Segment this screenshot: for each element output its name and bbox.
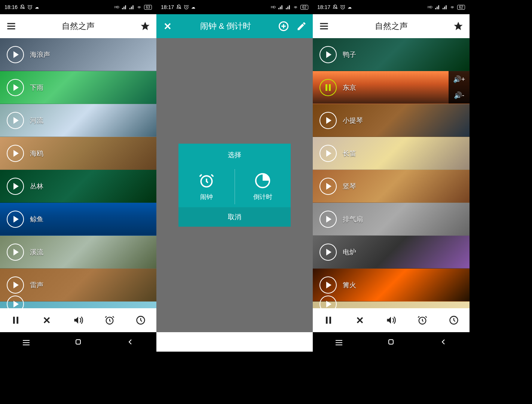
play-button[interactable] [319, 112, 337, 129]
nav-home-icon[interactable] [74, 337, 83, 346]
nav-back-icon[interactable] [126, 337, 135, 346]
play-button[interactable] [319, 46, 337, 63]
app-bar: 自然之声 [0, 14, 156, 38]
menu-icon[interactable] [6, 21, 16, 31]
play-button[interactable] [319, 276, 337, 294]
close-button[interactable] [355, 315, 365, 325]
play-icon [13, 51, 19, 58]
sound-label: 电炉 [343, 248, 356, 257]
sound-item[interactable]: 鲸鱼 [0, 203, 156, 236]
volume-up-button[interactable]: 🔊+ [449, 71, 470, 88]
volume-control: 🔊+🔊- [449, 71, 470, 104]
battery-level: 63 [144, 5, 152, 10]
weather-icon: ☁ [191, 5, 195, 10]
play-button[interactable] [319, 244, 337, 261]
app-title: 自然之声 [375, 21, 408, 32]
timer-icon [254, 172, 271, 189]
status-bar: 18:16 ☁ HD 63 [0, 0, 156, 14]
wifi-icon [450, 4, 455, 10]
sound-item[interactable]: 下雨 [0, 71, 156, 104]
sound-item[interactable]: 河流 [0, 104, 156, 137]
modal-option-alarm[interactable]: 闹钟 [178, 166, 235, 207]
svg-rect-13 [329, 317, 331, 324]
weather-icon: ☁ [35, 5, 39, 10]
hd-label: HD [428, 5, 432, 9]
sound-label: 雷声 [30, 281, 43, 290]
sound-item[interactable]: 电炉 [313, 236, 470, 269]
nav-back-icon[interactable] [439, 337, 448, 346]
alarm-button[interactable] [417, 315, 428, 325]
timer-button[interactable] [135, 315, 146, 325]
volume-button[interactable] [73, 315, 83, 325]
play-button[interactable] [7, 112, 24, 129]
edit-icon[interactable] [296, 21, 307, 31]
sound-label: 竖琴 [343, 182, 356, 191]
play-button[interactable] [319, 211, 337, 228]
star-icon[interactable] [453, 21, 464, 31]
sound-item[interactable]: 东京🔊+🔊- [313, 71, 470, 104]
pause-button[interactable] [10, 315, 21, 325]
nav-home-icon[interactable] [386, 337, 395, 346]
close-button[interactable] [42, 315, 52, 325]
battery-level: 62 [300, 5, 308, 10]
add-icon[interactable] [278, 21, 289, 31]
play-icon [13, 183, 19, 190]
play-button[interactable] [319, 178, 337, 195]
nav-recent-icon[interactable] [334, 337, 343, 346]
play-button[interactable] [7, 276, 24, 294]
sound-item[interactable]: 小提琴 [313, 104, 470, 137]
volume-down-button[interactable]: 🔊- [449, 88, 470, 104]
sound-label: 排气扇 [343, 215, 363, 224]
sound-item[interactable]: 长笛 [313, 137, 470, 170]
alarm-icon [184, 4, 189, 10]
sound-item[interactable]: 雷声 [0, 269, 156, 302]
svg-rect-5 [76, 340, 80, 344]
sound-item[interactable]: 竖琴 [313, 170, 470, 203]
sound-item[interactable]: 鸭子 [313, 38, 470, 71]
menu-icon[interactable] [319, 21, 329, 31]
sound-item[interactable]: 篝火 [313, 269, 470, 302]
modal-overlay: 闹钟 & 倒计时 选择 闹钟 倒计时 [156, 14, 313, 332]
sound-item[interactable] [313, 302, 470, 308]
pause-button[interactable] [319, 79, 337, 96]
sound-item[interactable]: 排气扇 [313, 203, 470, 236]
sound-item[interactable]: 海鸥 [0, 137, 156, 170]
notifications-off-icon [176, 4, 181, 10]
play-button[interactable] [7, 244, 24, 261]
notifications-off-icon [20, 4, 25, 10]
sound-item[interactable] [0, 302, 156, 308]
nav-recent-icon[interactable] [22, 337, 31, 346]
sound-list[interactable]: 鸭子东京🔊+🔊-小提琴长笛竖琴排气扇电炉篝火 [313, 38, 470, 308]
screen-right: 18:17 ☁ HD 62 自然之声 鸭子东京🔊+🔊-小提琴长笛竖琴排气扇电炉篝… [313, 0, 470, 352]
sound-list[interactable]: 海浪声下雨河流海鸥丛林鲸鱼溪流雷声 [0, 38, 156, 308]
play-button[interactable] [7, 79, 24, 96]
modal-option-timer[interactable]: 倒计时 [235, 166, 291, 207]
play-icon [13, 282, 19, 288]
modal-cancel-button[interactable]: 取消 [178, 207, 291, 227]
sound-label: 长笛 [343, 149, 356, 158]
play-button[interactable] [7, 46, 24, 63]
sound-item[interactable]: 溪流 [0, 236, 156, 269]
pause-button[interactable] [323, 315, 334, 325]
notifications-off-icon [333, 4, 338, 10]
play-button[interactable] [7, 178, 24, 195]
bottom-bar [0, 308, 156, 332]
play-button[interactable] [319, 145, 337, 162]
volume-button[interactable] [386, 315, 396, 325]
alarm-icon [27, 4, 33, 10]
app-bar: 闹钟 & 倒计时 [156, 14, 313, 38]
signal-icon [129, 4, 134, 10]
timer-button[interactable] [449, 315, 459, 325]
sound-label: 海浪声 [30, 50, 50, 59]
play-button[interactable] [7, 145, 24, 162]
modal-option-label: 闹钟 [200, 193, 213, 201]
alarm-button[interactable] [104, 315, 115, 325]
sound-item[interactable]: 丛林 [0, 170, 156, 203]
play-button[interactable] [7, 211, 24, 228]
play-icon [326, 183, 331, 190]
star-icon[interactable] [140, 21, 150, 31]
svg-rect-16 [389, 340, 393, 344]
play-icon [326, 249, 331, 255]
sound-item[interactable]: 海浪声 [0, 38, 156, 71]
close-icon[interactable] [162, 21, 173, 31]
